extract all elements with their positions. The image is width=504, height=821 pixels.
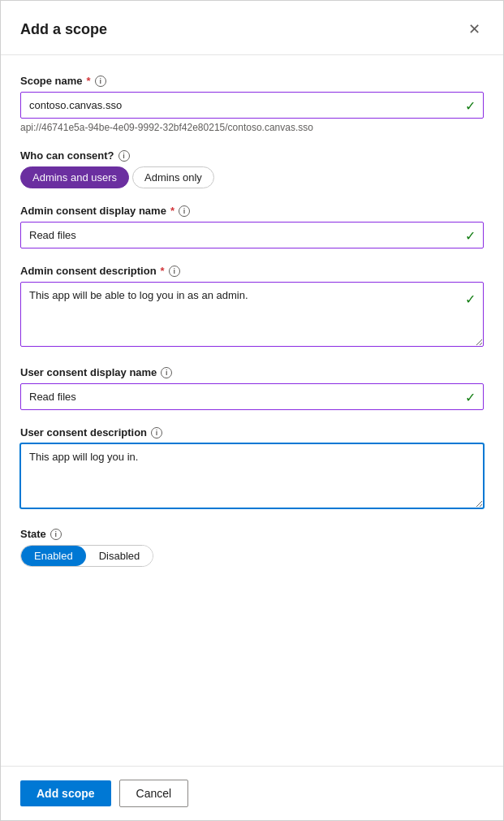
scope-name-group: Scope name * i ✓ api://46741e5a-94be-4e0…: [20, 75, 484, 133]
user-consent-description-info-icon[interactable]: i: [151, 427, 162, 439]
user-consent-display-check-icon: ✓: [465, 389, 476, 404]
add-scope-dialog: Add a scope ✕ Scope name * i ✓ api://467…: [0, 0, 504, 821]
scope-name-label: Scope name * i: [20, 75, 484, 87]
admin-consent-display-input[interactable]: [20, 222, 484, 248]
who-can-consent-group: Who can consent? i Admins and users Admi…: [20, 149, 484, 188]
scope-name-check-icon: ✓: [465, 97, 476, 113]
admin-consent-display-input-wrapper: ✓: [20, 222, 484, 248]
user-consent-description-label: User consent description i: [20, 426, 484, 439]
user-consent-display-group: User consent display name i ✓: [20, 366, 484, 410]
admin-consent-description-check-icon: ✓: [465, 292, 476, 307]
user-consent-display-info-icon[interactable]: i: [161, 367, 172, 378]
user-consent-display-label: User consent display name i: [20, 366, 484, 378]
scope-name-input[interactable]: [20, 92, 484, 119]
admin-consent-description-group: Admin consent description * i This app w…: [20, 265, 484, 350]
who-can-consent-label: Who can consent? i: [20, 149, 484, 162]
required-indicator: *: [170, 205, 174, 217]
state-info-icon[interactable]: i: [50, 529, 62, 540]
state-enabled-option[interactable]: Enabled: [21, 546, 86, 566]
state-group: State i Enabled Disabled: [20, 528, 484, 567]
admin-consent-display-check-icon: ✓: [465, 227, 476, 243]
user-consent-description-group: User consent description i This app will…: [20, 426, 484, 512]
state-label: State i: [20, 528, 484, 540]
user-consent-display-input[interactable]: [20, 383, 484, 410]
scope-name-info-icon[interactable]: i: [95, 76, 106, 87]
dialog-title: Add a scope: [20, 21, 107, 38]
admins-only-option[interactable]: Admins only: [132, 166, 214, 188]
dialog-footer: Add scope Cancel: [1, 766, 503, 820]
user-consent-display-input-wrapper: ✓: [20, 383, 484, 410]
scope-name-input-wrapper: ✓: [20, 92, 484, 119]
close-button[interactable]: ✕: [465, 17, 484, 41]
admin-consent-description-info-icon[interactable]: i: [169, 266, 180, 277]
user-consent-description-textarea[interactable]: This app will log you in.: [20, 443, 484, 508]
who-can-consent-info-icon[interactable]: i: [118, 150, 130, 162]
close-icon: ✕: [468, 20, 480, 38]
admin-consent-display-info-icon[interactable]: i: [179, 205, 190, 217]
admin-consent-description-textarea[interactable]: This app will be able to log you in as a…: [20, 282, 484, 347]
required-indicator: *: [161, 265, 165, 277]
admin-consent-description-input-wrapper: This app will be able to log you in as a…: [20, 282, 484, 350]
admins-and-users-option[interactable]: Admins and users: [20, 166, 129, 188]
dialog-header: Add a scope ✕: [1, 1, 503, 55]
add-scope-button[interactable]: Add scope: [20, 780, 111, 806]
who-can-consent-toggle: Admins and users Admins only: [20, 166, 484, 188]
dialog-body: Scope name * i ✓ api://46741e5a-94be-4e0…: [1, 55, 503, 766]
state-disabled-option[interactable]: Disabled: [86, 546, 153, 566]
cancel-button[interactable]: Cancel: [119, 780, 189, 807]
admin-consent-display-label: Admin consent display name * i: [20, 205, 484, 217]
state-toggle: Enabled Disabled: [20, 545, 153, 567]
api-uri-text: api://46741e5a-94be-4e09-9992-32bf42e802…: [20, 122, 484, 133]
user-consent-description-input-wrapper: This app will log you in.: [20, 443, 484, 512]
admin-consent-display-group: Admin consent display name * i ✓: [20, 205, 484, 248]
admin-consent-description-label: Admin consent description * i: [20, 265, 484, 277]
required-indicator: *: [87, 75, 91, 87]
